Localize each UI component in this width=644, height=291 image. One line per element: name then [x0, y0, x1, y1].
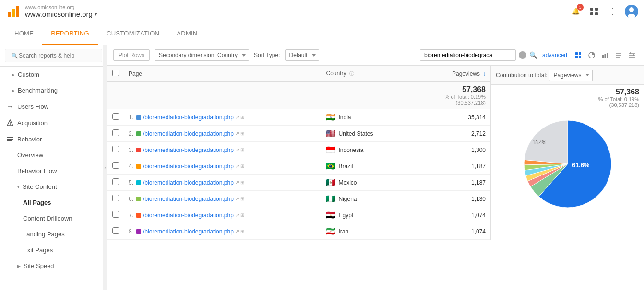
sidebar-item-behavior[interactable]: Behavior: [0, 131, 107, 147]
page-icon[interactable]: ⊞: [240, 163, 244, 169]
total-count: (30,537,218): [416, 100, 486, 105]
external-link-icon[interactable]: ↗: [235, 131, 239, 136]
external-link-icon[interactable]: ↗: [235, 229, 239, 234]
sidebar-collapse-handle[interactable]: ‹: [103, 45, 107, 290]
sidebar-item-custom[interactable]: ▶ Custom: [0, 67, 107, 82]
sort-type-select[interactable]: Default: [285, 49, 319, 61]
external-link-icon[interactable]: ↗: [235, 180, 239, 185]
sidebar-item-users-flow[interactable]: → Users Flow: [0, 98, 107, 115]
dropdown-arrow-icon[interactable]: ▾: [95, 11, 97, 17]
sidebar-content: ▶ Custom ▶ Benchmarking → Users Flow Acq…: [0, 67, 107, 274]
page-icon[interactable]: ⊞: [240, 180, 244, 185]
tab-reporting[interactable]: REPORTING: [42, 23, 98, 45]
svg-rect-19: [579, 56, 581, 58]
plot-rows-button[interactable]: Plot Rows: [113, 49, 150, 61]
tab-admin[interactable]: ADMIN: [168, 23, 206, 45]
page-cell: 2. /bioremediation-biodegradation.php ↗ …: [129, 130, 316, 137]
page-icon[interactable]: ⊞: [240, 196, 244, 201]
external-link-icon[interactable]: ↗: [235, 212, 239, 218]
contribution-select[interactable]: Pageviews: [549, 70, 593, 81]
row-checkbox[interactable]: [112, 113, 119, 120]
compare-view-icon[interactable]: [612, 49, 625, 61]
page-link[interactable]: /bioremediation-biodegradation.php: [143, 212, 234, 219]
tab-home[interactable]: HOME: [6, 23, 42, 45]
page-link[interactable]: /bioremediation-biodegradation.php: [143, 163, 234, 170]
svg-rect-15: [7, 140, 12, 141]
country-cell: 🇮🇷 Iran: [326, 227, 405, 236]
page-cell: 3. /bioremediation-biodegradation.php ↗ …: [129, 147, 316, 153]
svg-rect-21: [602, 55, 604, 58]
row-checkbox[interactable]: [112, 195, 119, 201]
page-link[interactable]: /bioremediation-biodegradation.php: [143, 179, 234, 186]
sidebar-item-behavior-flow[interactable]: Behavior Flow: [0, 163, 107, 179]
row-checkbox[interactable]: [112, 211, 119, 218]
external-link-icon[interactable]: ↗: [235, 196, 239, 201]
country-flag: 🇳🇬: [326, 194, 335, 203]
contribution-label: Contribution to total:: [496, 72, 547, 79]
row-checkbox[interactable]: [112, 227, 119, 234]
page-cell: 6. /bioremediation-biodegradation.php ↗ …: [129, 196, 316, 202]
page-icon[interactable]: ⊞: [240, 115, 244, 120]
sidebar-item-benchmarking[interactable]: ▶ Benchmarking: [0, 82, 107, 98]
svg-rect-3: [590, 8, 593, 11]
page-link[interactable]: /bioremediation-biodegradation.php: [143, 130, 234, 137]
svg-rect-2: [16, 6, 19, 17]
notification-icon[interactable]: 🔔 3: [570, 6, 582, 17]
sidebar-item-acquisition[interactable]: Acquisition: [0, 115, 107, 131]
apps-grid-icon[interactable]: [588, 6, 600, 17]
page-icon[interactable]: ⊞: [240, 131, 244, 136]
acquisition-icon: [6, 119, 14, 127]
secondary-dimension-select[interactable]: Secondary dimension: Country: [155, 49, 249, 61]
pie-view-icon[interactable]: [585, 49, 598, 61]
clear-search-icon[interactable]: [519, 51, 526, 59]
sidebar-item-landing-pages[interactable]: Landing Pages: [0, 226, 107, 242]
more-options-icon[interactable]: ⋮: [607, 6, 618, 17]
pageviews-cell: 1,187: [411, 175, 490, 191]
top-bar-right: 🔔 3 ⋮: [570, 5, 638, 18]
external-link-icon[interactable]: ↗: [235, 115, 239, 120]
row-checkbox[interactable]: [112, 129, 119, 136]
sidebar-item-label: Custom: [18, 71, 39, 78]
page-icon[interactable]: ⊞: [240, 147, 244, 152]
sidebar-item-site-speed[interactable]: ▶ Site Speed: [0, 258, 107, 274]
sidebar-item-all-pages[interactable]: All Pages: [0, 195, 107, 210]
grid-view-icon[interactable]: [572, 49, 584, 61]
settings-view-icon[interactable]: [626, 49, 638, 61]
sidebar-item-overview[interactable]: Overview: [0, 147, 107, 163]
page-icon[interactable]: ⊞: [240, 212, 244, 218]
user-avatar[interactable]: [625, 5, 638, 18]
page-icon[interactable]: ⊞: [240, 229, 244, 234]
total-pageviews: 57,368: [416, 85, 486, 94]
tab-customization[interactable]: CUSTOMIZATION: [98, 23, 168, 45]
row-number: 6.: [129, 196, 133, 202]
search-button[interactable]: 🔍: [529, 51, 537, 59]
page-link[interactable]: /bioremediation-biodegradation.php: [143, 114, 234, 121]
pageviews-cell: 1,074: [411, 223, 490, 240]
advanced-link[interactable]: advanced: [542, 52, 567, 58]
country-name: United States: [338, 130, 373, 137]
row-checkbox[interactable]: [112, 146, 119, 152]
external-link-icon[interactable]: ↗: [235, 163, 239, 169]
page-link[interactable]: /bioremediation-biodegradation.php: [143, 228, 234, 235]
row-color-dot: [136, 229, 141, 234]
external-link-icon[interactable]: ↗: [235, 147, 239, 152]
table-search-input[interactable]: [420, 49, 516, 61]
sidebar-item-content-drilldown[interactable]: Content Drilldown: [0, 210, 107, 226]
sidebar-item-exit-pages[interactable]: Exit Pages: [0, 242, 107, 258]
country-cell: 🇺🇸 United States: [326, 129, 405, 138]
row-checkbox[interactable]: [112, 178, 119, 185]
bar-view-icon[interactable]: [599, 49, 611, 61]
sidebar-item-site-content[interactable]: ▾ Site Content: [0, 179, 107, 195]
pie-legend-label: 18.4%: [533, 140, 546, 145]
sidebar-item-label: Content Drilldown: [23, 215, 72, 222]
row-color-dot: [136, 131, 141, 136]
contribution-pct: % of Total: 0.19%: [496, 96, 639, 102]
page-link[interactable]: /bioremediation-biodegradation.php: [143, 196, 234, 202]
search-input[interactable]: [5, 49, 102, 62]
svg-rect-22: [605, 54, 606, 58]
col-pageviews[interactable]: Pageviews ↓: [411, 66, 490, 82]
select-all-checkbox[interactable]: [112, 70, 119, 76]
row-checkbox[interactable]: [112, 162, 119, 169]
page-link[interactable]: /bioremediation-biodegradation.php: [143, 147, 234, 153]
content-area: Plot Rows Secondary dimension: Country S…: [107, 45, 644, 290]
